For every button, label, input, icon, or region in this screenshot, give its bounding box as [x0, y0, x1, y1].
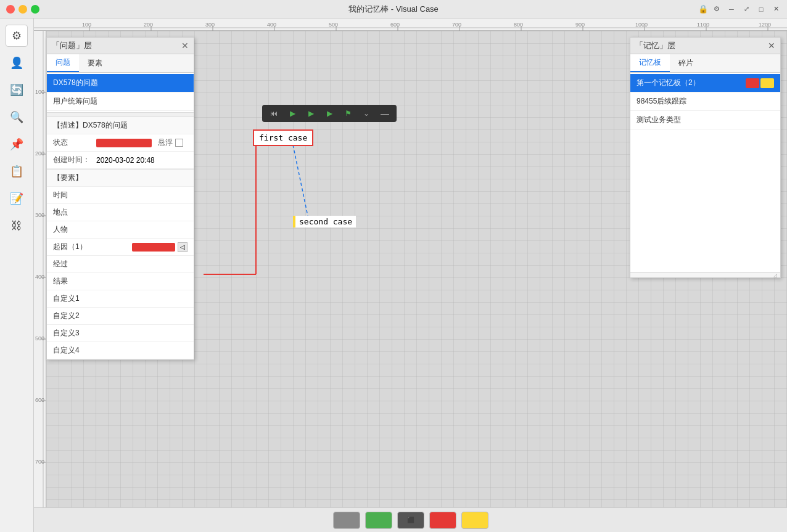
first-case-card[interactable]: first case: [253, 129, 313, 146]
wenti-status-row: 状态 悬浮: [47, 134, 194, 152]
element-value-custom4: [144, 346, 187, 355]
user-tool-icon[interactable]: 👤: [6, 52, 28, 74]
bottom-btn-yellow[interactable]: [461, 512, 488, 529]
search-tool-icon[interactable]: 🔍: [6, 106, 28, 128]
float-cb[interactable]: [175, 139, 183, 147]
title-bar: 我的记忆棒 - Visual Case 🔒 ⚙ ─ ⤢ □ ✕: [0, 0, 787, 18]
window-close-icon[interactable]: ✕: [770, 4, 782, 14]
link-tool-icon[interactable]: ⛓: [6, 215, 28, 237]
jiyi-close-btn[interactable]: ✕: [768, 41, 775, 50]
ct-dropdown-btn[interactable]: ⌄: [358, 107, 375, 120]
pin-tool-icon[interactable]: 📌: [6, 133, 28, 155]
element-value-person: [144, 226, 187, 234]
left-ruler: 100 200 300 400 500 600 700 800: [34, 31, 46, 507]
minimize-icon[interactable]: ─: [725, 4, 738, 14]
bottom-btn-gray[interactable]: [333, 512, 360, 529]
element-label-place: 地点: [53, 207, 144, 218]
jiyi-item-2-label: 测试业务类型: [637, 115, 681, 125]
element-row-person[interactable]: 人物: [47, 221, 194, 239]
jiyi-item-1[interactable]: 98455后续跟踪: [630, 92, 780, 111]
ct-play1-btn[interactable]: ▶: [284, 107, 301, 120]
element-value-result: [144, 277, 187, 286]
minimize-btn[interactable]: [19, 5, 27, 14]
wenti-list: DX578的问题 用户统筹问题: [47, 73, 194, 112]
element-label-custom3: 自定义3: [53, 328, 144, 338]
element-row-place[interactable]: 地点: [47, 204, 194, 221]
ct-rewind-btn[interactable]: ⏮: [265, 107, 282, 120]
element-label-process: 经过: [53, 259, 144, 269]
restore-icon[interactable]: □: [755, 4, 767, 14]
element-row-custom1[interactable]: 自定义1: [47, 290, 194, 308]
svg-text:300: 300: [35, 212, 44, 218]
element-label-custom2: 自定义2: [53, 311, 144, 321]
wenti-panel-title: 「问题」层: [52, 40, 92, 51]
tab-fragments[interactable]: 碎片: [670, 54, 702, 72]
tab-element[interactable]: 要素: [79, 54, 111, 72]
svg-text:900: 900: [575, 22, 585, 28]
svg-text:600: 600: [35, 397, 44, 403]
svg-text:600: 600: [390, 22, 400, 28]
tab-memory-board[interactable]: 记忆板: [630, 54, 670, 72]
wenti-tabs: 问题 要素: [47, 54, 194, 73]
settings-tool-icon[interactable]: ⚙: [6, 25, 28, 47]
bottom-btn-green[interactable]: [365, 512, 392, 529]
svg-text:300: 300: [205, 22, 215, 28]
fullscreen-icon[interactable]: ⤢: [740, 4, 752, 14]
svg-text:400: 400: [267, 22, 276, 28]
wenti-close-btn[interactable]: ✕: [181, 41, 189, 50]
element-row-custom2[interactable]: 自定义2: [47, 308, 194, 325]
jiyi-color-tags-0: [746, 78, 774, 88]
element-row-time[interactable]: 时间: [47, 187, 194, 204]
ct-dash-btn[interactable]: —: [376, 107, 394, 120]
ct-play2-btn[interactable]: ▶: [302, 107, 319, 120]
second-case-card[interactable]: second case: [293, 216, 356, 227]
bottom-btn-dark[interactable]: ⬛: [397, 512, 424, 529]
cause-connector[interactable]: ◁: [178, 242, 187, 252]
element-label-time: 时间: [53, 190, 144, 200]
svg-text:1100: 1100: [697, 22, 709, 28]
wenti-item-1[interactable]: 用户统筹问题: [47, 92, 194, 111]
element-row-result[interactable]: 结果: [47, 273, 194, 290]
element-value-place: [144, 208, 187, 217]
wenti-created-label: 创建时间：: [53, 155, 96, 165]
settings-icon[interactable]: ⚙: [711, 4, 723, 14]
jiyi-item-0-label: 第一个记忆板（2）: [637, 78, 700, 88]
bottom-btn-red[interactable]: [429, 512, 456, 529]
clipboard-tool-icon[interactable]: 📋: [6, 160, 28, 182]
svg-text:100: 100: [35, 89, 44, 95]
tab-wenti[interactable]: 问题: [47, 54, 79, 72]
element-value-custom2: [144, 312, 187, 321]
jiyi-item-0[interactable]: 第一个记忆板（2）: [630, 74, 780, 92]
svg-text:200: 200: [35, 150, 44, 157]
refresh-tool-icon[interactable]: 🔄: [6, 79, 28, 101]
color-tag-yellow: [760, 78, 774, 88]
wenti-item-0[interactable]: DX578的问题: [47, 74, 194, 92]
jiyi-tabs: 记忆板 碎片: [630, 54, 780, 73]
elements-section: 【要素】 时间 地点 人物 起因（1） ◁ 经过 结果: [47, 169, 194, 359]
wenti-titlebar: 「问题」层 ✕: [47, 38, 194, 54]
element-value-process: [144, 260, 187, 269]
left-toolbar: ⚙ 👤 🔄 🔍 📌 📋 📝 ⛓: [0, 18, 34, 532]
element-row-custom4[interactable]: 自定义4: [47, 342, 194, 359]
element-value-custom1: [144, 295, 187, 303]
jiyi-item-2[interactable]: 测试业务类型: [630, 111, 780, 129]
jiyi-list: 第一个记忆板（2） 98455后续跟踪 测试业务类型: [630, 73, 780, 131]
element-value-custom3: [144, 329, 187, 338]
jiyi-resize-handle[interactable]: ⊿: [630, 272, 780, 277]
svg-text:700: 700: [35, 459, 44, 465]
ct-play3-btn[interactable]: ▶: [321, 107, 338, 120]
ct-flag-btn[interactable]: ⚑: [339, 107, 356, 120]
element-row-process[interactable]: 经过: [47, 256, 194, 273]
float-checkbox[interactable]: 悬浮: [158, 137, 183, 148]
svg-text:100: 100: [82, 22, 91, 28]
element-row-cause[interactable]: 起因（1） ◁: [47, 239, 194, 256]
jiyi-panel-title: 「记忆」层: [635, 40, 675, 51]
elements-title: 【要素】: [47, 170, 194, 187]
element-row-custom3[interactable]: 自定义3: [47, 325, 194, 342]
edit-tool-icon[interactable]: 📝: [6, 187, 28, 210]
title-bar-right: 🔒 ⚙ ─ ⤢ □ ✕: [698, 4, 787, 14]
svg-line-45: [293, 145, 308, 219]
color-tag-red: [746, 78, 759, 88]
close-btn[interactable]: [6, 5, 15, 14]
maximize-btn[interactable]: [31, 5, 39, 14]
